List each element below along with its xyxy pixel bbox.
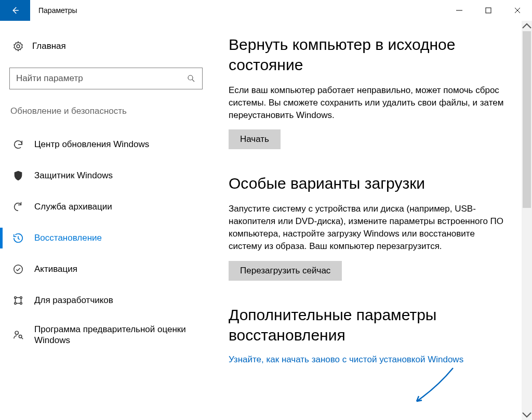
history-icon — [12, 232, 24, 244]
gear-icon — [12, 41, 24, 52]
nav-item-developers[interactable]: Для разработчиков — [9, 285, 203, 316]
titlebar: Параметры — [0, 0, 532, 21]
check-circle-icon — [12, 264, 24, 275]
chevron-down-icon — [522, 410, 532, 420]
search-placeholder: Найти параметр — [16, 73, 83, 84]
nav-item-activation[interactable]: Активация — [9, 254, 203, 285]
home-button[interactable]: Главная — [9, 35, 203, 57]
person-search-icon — [12, 329, 24, 340]
scroll-thumb[interactable] — [523, 31, 531, 208]
fresh-start-link[interactable]: Узнайте, как начать заново с чистой уста… — [229, 355, 517, 365]
reset-heading: Вернуть компьютер в исходное состояние — [229, 34, 517, 75]
main-layout: Главная Найти параметр Обновление и безо… — [0, 21, 532, 420]
nav-item-recovery[interactable]: Восстановление — [9, 222, 203, 254]
nav-item-label: Для разработчиков — [34, 295, 113, 306]
svg-point-4 — [17, 45, 20, 48]
back-button[interactable] — [0, 0, 30, 21]
maximize-button[interactable] — [474, 0, 503, 21]
svg-point-8 — [15, 297, 17, 299]
window-controls — [445, 0, 532, 21]
vertical-scrollbar[interactable] — [522, 21, 532, 420]
more-recovery-heading: Дополнительные параметры восстановления — [229, 305, 517, 345]
svg-point-17 — [19, 335, 22, 338]
reset-start-button[interactable]: Начать — [229, 129, 281, 149]
nav-item-label: Программа предварительной оценки Windows — [34, 324, 203, 346]
search-icon — [187, 74, 196, 83]
advanced-startup-body: Запустите систему с устройства или диска… — [229, 203, 509, 252]
svg-point-7 — [14, 265, 23, 274]
close-icon — [514, 7, 521, 14]
developer-icon — [12, 295, 24, 306]
restart-now-button[interactable]: Перезагрузить сейчас — [229, 261, 342, 281]
chevron-up-icon — [522, 21, 532, 31]
nav-list: Центр обновления Windows Защитник Window… — [9, 129, 203, 353]
svg-line-18 — [21, 337, 23, 339]
close-button[interactable] — [503, 0, 532, 21]
home-label: Главная — [32, 41, 66, 51]
nav-item-insider[interactable]: Программа предварительной оценки Windows — [9, 316, 203, 353]
minimize-button[interactable] — [445, 0, 474, 21]
nav-item-label: Восстановление — [34, 232, 102, 243]
svg-point-16 — [15, 331, 18, 334]
svg-point-5 — [188, 75, 193, 80]
content-pane: Вернуть компьютер в исходное состояние Е… — [212, 21, 532, 420]
advanced-startup-heading: Особые варианты загрузки — [229, 173, 517, 193]
maximize-icon — [485, 7, 492, 14]
svg-point-9 — [20, 297, 22, 299]
scroll-up-button[interactable] — [522, 21, 532, 31]
shield-icon — [12, 170, 24, 181]
category-label: Обновление и безопасность — [9, 106, 203, 116]
nav-item-backup[interactable]: Служба архивации — [9, 191, 203, 222]
window-title: Параметры — [30, 0, 445, 21]
scroll-down-button[interactable] — [522, 410, 532, 420]
nav-item-label: Служба архивации — [34, 201, 112, 212]
svg-line-6 — [192, 80, 194, 82]
svg-point-10 — [15, 303, 17, 305]
nav-item-label: Активация — [34, 264, 77, 274]
sync-icon — [12, 139, 24, 150]
search-input[interactable]: Найти параметр — [9, 68, 203, 89]
archive-icon — [12, 201, 24, 213]
svg-rect-1 — [486, 8, 491, 13]
nav-item-label: Защитник Windows — [34, 170, 113, 181]
arrow-left-icon — [10, 6, 20, 15]
nav-item-defender[interactable]: Защитник Windows — [9, 160, 203, 191]
reset-body: Если ваш компьютер работает неправильно,… — [229, 84, 509, 121]
sidebar: Главная Найти параметр Обновление и безо… — [0, 21, 212, 420]
nav-item-windows-update[interactable]: Центр обновления Windows — [9, 129, 203, 160]
nav-item-label: Центр обновления Windows — [34, 139, 149, 150]
svg-point-11 — [20, 303, 22, 305]
minimize-icon — [456, 7, 463, 14]
